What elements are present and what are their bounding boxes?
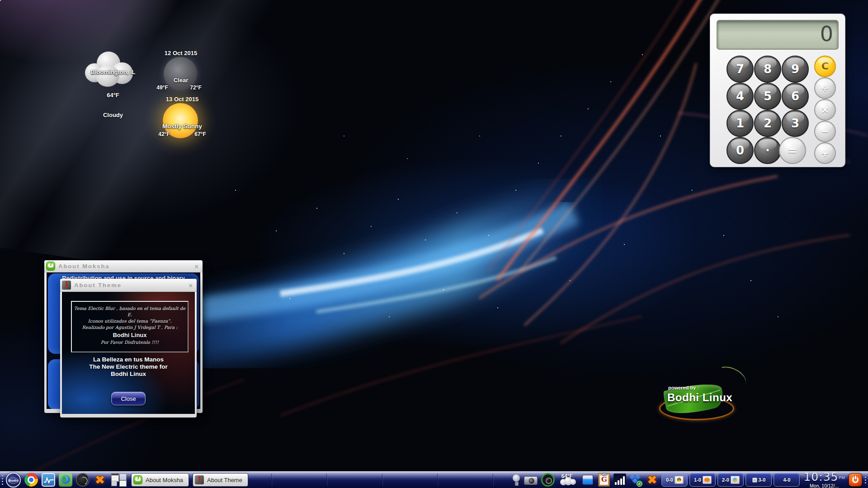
taskbar-task-about-moksha[interactable]: About Moksha (131, 473, 189, 487)
about-moksha-title: About Moksha (58, 263, 190, 270)
theme-tagline: La Belleza en tus Manos The New Electric… (62, 356, 195, 378)
calc-key-5[interactable]: 5 (754, 83, 781, 110)
shelf-drag-handle[interactable] (0, 472, 5, 488)
window-thumbnail (675, 476, 684, 484)
swirl-app-icon[interactable] (76, 473, 90, 487)
weather-gadget[interactable]: Bloomington, IL 64°F Cloudy 12 Oct 2015 … (68, 41, 217, 145)
battery-tray-icon[interactable] (582, 474, 594, 485)
power-button[interactable] (849, 473, 862, 487)
clipboard-g-tray-icon[interactable]: G (598, 473, 610, 487)
dropbox-tray-icon[interactable]: ✓ (630, 474, 642, 486)
credit-line: Tema Electic Blur , basado en el tema de… (72, 305, 188, 318)
pager-label: 0-0 (666, 477, 673, 483)
tagline-line: La Belleza en tus Manos (62, 356, 195, 363)
calc-key-6[interactable]: 6 (782, 83, 809, 110)
forecast-date-1: 12 Oct 2015 (147, 50, 215, 56)
pager-desktop-0-0[interactable]: 0-0 (661, 473, 688, 487)
forecast-low-1: 49°F (151, 84, 174, 91)
camera-tray-icon[interactable] (524, 474, 538, 485)
pager-desktop-3-0[interactable]: 3-0 (745, 473, 772, 487)
tagline-line: The New Electric theme for (62, 363, 195, 371)
wallpaper-stars (0, 0, 1, 1)
calc-key-1[interactable]: 1 (726, 110, 754, 137)
calc-key-plus[interactable]: + (814, 142, 836, 164)
calc-key-dot[interactable]: · (754, 137, 781, 164)
pager-label: 1-0 (694, 477, 701, 483)
calc-key-multiply[interactable]: × (814, 99, 836, 121)
taskbar-task-about-theme[interactable]: About Theme (193, 473, 248, 487)
shelf-drag-handle[interactable] (863, 472, 868, 488)
forecast-condition-2: Mostly Sunny (148, 123, 216, 130)
calc-key-3[interactable]: 3 (782, 110, 809, 137)
about-moksha-titlebar[interactable]: About Moksha × (44, 260, 203, 272)
about-theme-title: About Theme (74, 282, 184, 289)
clock-gadget[interactable]: 10:35PM Mon, 10/12/... (803, 471, 845, 488)
speaker-tray-icon[interactable] (541, 473, 555, 487)
weather-tray-gadget[interactable]: 64°F (558, 473, 578, 487)
close-button[interactable]: Close (111, 392, 146, 405)
forecast-high-1: 72°F (184, 84, 207, 91)
pager-label: 4-0 (783, 477, 791, 483)
brand-name-text: Bodhi Linux (667, 391, 732, 404)
calc-key-4[interactable]: 4 (726, 83, 754, 110)
web-globe-icon[interactable] (59, 473, 72, 487)
credit-line: Iconos utilizados del tema “Faenza”. (72, 318, 188, 324)
task-label: About Theme (207, 477, 242, 483)
window-about-theme: About Theme × Tema Electic Blur , basado… (60, 279, 197, 418)
clipboard-letter: G (599, 475, 609, 483)
desktop: Bloomington, IL 64°F Cloudy 12 Oct 2015 … (0, 0, 868, 488)
calc-key-equals[interactable]: = (779, 137, 806, 164)
powered-by-text: powered by : (668, 385, 699, 390)
info-bubble-icon (46, 262, 55, 271)
signal-bars-icon[interactable] (613, 474, 626, 486)
weather-current-temp: 64°F (90, 92, 136, 99)
start-menu-label: Bodhi (8, 478, 19, 483)
pager-label: 2-0 (722, 477, 729, 483)
clock-meridiem: PM (839, 475, 845, 480)
calc-key-divide[interactable]: ÷ (814, 77, 836, 99)
credit-enjoy: Por Favor Disfrutenlo !!!! (72, 339, 188, 346)
theme-credits-box: Tema Electic Blur , basado en el tema de… (71, 301, 189, 352)
tagline-line: Bodhi Linux (62, 371, 195, 378)
pager-desktop-4-0[interactable]: 4-0 (774, 473, 800, 487)
calc-key-8[interactable]: 8 (754, 56, 781, 83)
start-menu-button[interactable]: Bodhi (6, 473, 21, 488)
ibox-pager[interactable] (110, 473, 127, 487)
window-thumbnail (703, 476, 712, 484)
credit-line: Realizado por Agustin J Vrdegal T , Para… (72, 324, 188, 331)
pager-desktop-2-0[interactable]: 2-0 (717, 473, 744, 487)
calc-key-9[interactable]: 9 (782, 56, 809, 83)
suit-tie-icon (62, 281, 71, 290)
clock-date: Mon, 10/12/... (803, 483, 845, 488)
about-theme-titlebar[interactable]: About Theme × (60, 279, 197, 292)
calc-key-0[interactable]: 0 (726, 137, 754, 164)
forecast-low-2: 42°F (153, 131, 175, 137)
forecast-high-2: 67°F (189, 131, 212, 137)
bulb-tray-icon[interactable] (512, 474, 520, 486)
window-thumbnail (731, 476, 740, 484)
taskbar: Bodhi ✖ About Moksha About Theme (0, 471, 868, 488)
about-theme-content: Tema Electic Blur , basado en el tema de… (62, 292, 195, 414)
pager-desktop-1-0[interactable]: 1-0 (689, 473, 716, 487)
bodhi-branding: powered by : Bodhi Linux (651, 375, 750, 425)
system-monitor-icon[interactable] (42, 473, 55, 487)
fusion-x-icon[interactable]: ✖ (645, 473, 659, 487)
suit-tie-icon (195, 475, 204, 484)
task-label: About Moksha (146, 477, 183, 483)
weather-current-condition: Cloudy (90, 112, 136, 118)
calc-key-minus[interactable]: − (814, 121, 836, 142)
close-icon[interactable]: × (184, 282, 197, 289)
calculator-gadget[interactable]: 0 7 8 9 4 5 6 1 2 3 0 · = C ÷ × − + (710, 14, 845, 167)
forecast-condition-1: Clear (158, 77, 203, 84)
window-thumbnail (752, 478, 757, 483)
calc-key-clear[interactable]: C (814, 56, 836, 77)
fusion-x-icon[interactable]: ✖ (93, 473, 107, 487)
forecast-date-2: 13 Oct 2015 (148, 96, 216, 103)
dropbox-check-icon: ✓ (637, 481, 642, 487)
calc-key-7[interactable]: 7 (726, 56, 754, 83)
credit-brand: Bodhi Linux (72, 332, 188, 338)
calc-key-2[interactable]: 2 (754, 110, 781, 137)
weather-location: Bloomington, IL (68, 69, 158, 75)
chrome-icon[interactable] (24, 473, 38, 487)
close-icon[interactable]: × (190, 263, 203, 270)
